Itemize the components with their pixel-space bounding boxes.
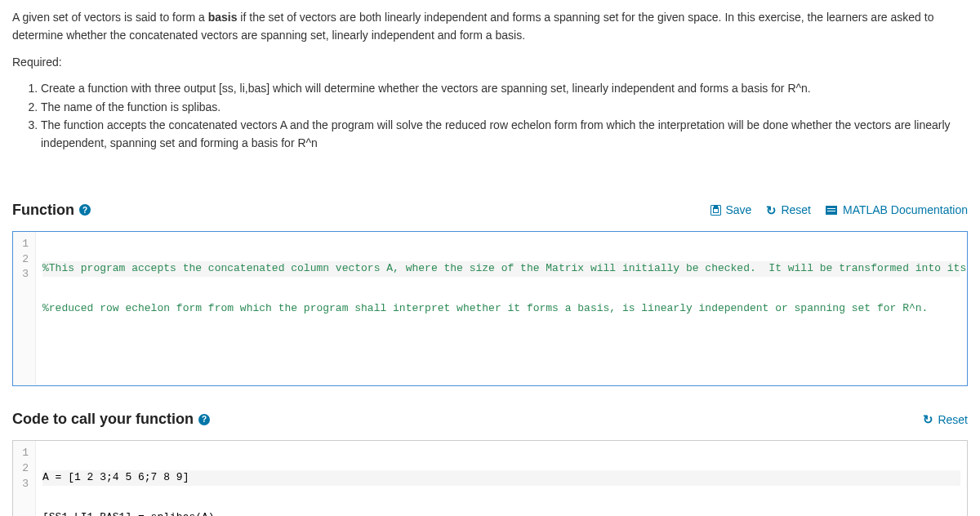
caller-toolbar: ↻ Reset (923, 413, 968, 426)
reset-button[interactable]: ↻ Reset (766, 203, 811, 216)
line-number: 2 (18, 461, 29, 477)
code-content[interactable]: A = [1 2 3;4 5 6;7 8 9] [SS1,LI1,BAS1] =… (36, 441, 967, 516)
docs-label: MATLAB Documentation (843, 203, 968, 216)
help-icon[interactable]: ? (198, 414, 210, 425)
line-gutter: 1 2 3 (13, 441, 36, 516)
line-gutter: 1 2 3 (13, 232, 36, 386)
line-number: 2 (18, 252, 29, 268)
requirement-item: The name of the function is splibas. (41, 98, 968, 116)
reset-button[interactable]: ↻ Reset (923, 413, 968, 426)
caller-title-text: Code to call your function (12, 411, 194, 428)
code-line: %reduced row echelon form from which the… (42, 302, 928, 314)
caller-title: Code to call your function ? (12, 411, 210, 428)
requirement-item: Create a function with three output [ss,… (41, 79, 968, 97)
reset-icon: ↻ (766, 204, 777, 216)
line-number: 3 (18, 477, 29, 492)
code-content[interactable]: %This program accepts the concatenated c… (36, 232, 967, 386)
required-label: Required: (12, 53, 968, 71)
matlab-docs-button[interactable]: MATLAB Documentation (826, 203, 968, 216)
code-line: [SS1,LI1,BAS1] = splibas(A) (42, 511, 215, 516)
caller-code-editor[interactable]: 1 2 3 A = [1 2 3;4 5 6;7 8 9] [SS1,LI1,B… (12, 440, 968, 516)
line-number: 3 (18, 267, 29, 282)
reset-label: Reset (938, 413, 968, 426)
requirement-item: The function accepts the concatenated ve… (41, 116, 968, 153)
intro-text-1: A given set of vectors is said to form a (12, 11, 208, 24)
book-icon (826, 206, 837, 215)
function-toolbar: Save ↻ Reset MATLAB Documentation (710, 203, 968, 216)
reset-label: Reset (781, 203, 811, 216)
function-title-text: Function (12, 202, 74, 219)
reset-icon: ↻ (923, 413, 933, 425)
save-icon (710, 205, 721, 216)
requirement-list: Create a function with three output [ss,… (41, 79, 968, 153)
caller-section-header: Code to call your function ? ↻ Reset (12, 411, 968, 428)
intro-paragraph: A given set of vectors is said to form a… (12, 8, 968, 45)
intro-bold: basis (208, 11, 238, 24)
line-number: 1 (18, 446, 29, 461)
save-label: Save (725, 203, 751, 216)
line-number: 1 (18, 237, 29, 252)
function-section-header: Function ? Save ↻ Reset MATLAB Documenta… (12, 202, 968, 219)
help-icon[interactable]: ? (79, 204, 91, 216)
save-button[interactable]: Save (710, 203, 751, 216)
code-line: A = [1 2 3;4 5 6;7 8 9] (42, 471, 189, 483)
function-code-editor[interactable]: 1 2 3 %This program accepts the concaten… (12, 231, 968, 387)
code-line: %This program accepts the concatenated c… (42, 262, 966, 274)
function-title: Function ? (12, 202, 91, 219)
